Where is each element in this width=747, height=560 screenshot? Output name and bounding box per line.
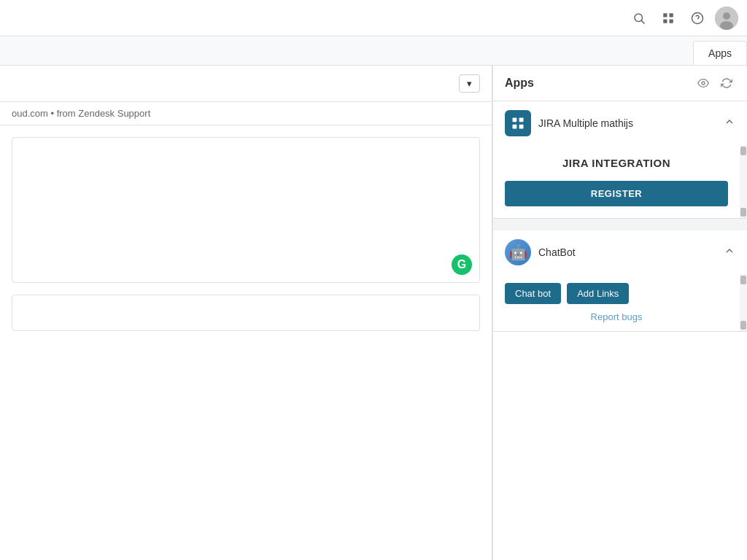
jira-section-header[interactable]: JIRA Multiple mathijs (493, 101, 747, 145)
jira-chevron-icon[interactable] (724, 116, 735, 131)
svg-rect-3 (670, 13, 673, 17)
panel-header-icons (694, 74, 735, 92)
svg-rect-5 (670, 19, 673, 23)
eye-icon[interactable] (694, 74, 712, 92)
grammarly-icon[interactable]: G (452, 254, 472, 275)
chatbot-buttons: Chat bot Add Links (505, 283, 728, 304)
jira-app-icon (505, 110, 531, 136)
svg-point-10 (720, 21, 733, 30)
jira-integration-title: JIRA INTEGRATION (562, 157, 670, 169)
chatbot-scrollbar-up[interactable] (740, 276, 746, 284)
svg-rect-13 (519, 118, 524, 122)
main-content: ▾ oud.com • from Zendesk Support G (0, 66, 492, 560)
apps-panel-header: Apps (493, 66, 747, 101)
chatbot-scrollbar[interactable] (740, 274, 747, 331)
register-button[interactable]: REGISTER (505, 181, 728, 206)
chatbot-section-header[interactable]: 🤖 ChatBot (493, 230, 747, 274)
svg-rect-4 (663, 19, 667, 23)
chatbot-chevron-icon[interactable] (724, 245, 735, 260)
reply-area[interactable] (12, 295, 480, 331)
svg-rect-2 (663, 13, 667, 17)
report-bugs-link[interactable]: Report bugs (505, 311, 728, 322)
ticket-header: ▾ (0, 66, 492, 102)
jira-section-left: JIRA Multiple mathijs (505, 110, 633, 136)
top-nav (0, 0, 747, 36)
avatar[interactable] (715, 7, 738, 30)
apps-panel-title: Apps (505, 77, 534, 90)
chatbot-app-icon: 🤖 (505, 239, 531, 265)
scrollbar-down-arrow[interactable] (740, 208, 746, 217)
svg-point-9 (723, 12, 730, 20)
dropdown-button[interactable]: ▾ (459, 74, 480, 93)
svg-rect-14 (513, 125, 517, 129)
scrollbar-up-arrow[interactable] (740, 147, 746, 155)
chatbot-content-wrapper: Chat bot Add Links Report bugs (493, 274, 747, 331)
from-info: oud.com • from Zendesk Support (0, 102, 492, 125)
jira-app-name: JIRA Multiple mathijs (538, 117, 633, 129)
help-icon[interactable] (686, 7, 709, 30)
apps-tab[interactable]: Apps (693, 41, 747, 65)
right-panel: Apps (492, 66, 747, 560)
chatbot-section-left: 🤖 ChatBot (505, 239, 576, 265)
svg-rect-12 (513, 118, 517, 122)
chatbot-content: Chat bot Add Links Report bugs (493, 274, 740, 331)
chatbot-scrollbar-down[interactable] (740, 321, 746, 330)
add-links-button[interactable]: Add Links (567, 283, 629, 304)
chatbot-section: 🤖 ChatBot Chat bot Add Links Report bugs (493, 230, 747, 332)
chat-bot-button[interactable]: Chat bot (505, 283, 561, 304)
jira-content: JIRA INTEGRATION REGISTER (493, 145, 740, 218)
svg-point-11 (702, 82, 705, 85)
jira-scrollbar[interactable] (740, 145, 747, 218)
svg-point-0 (635, 14, 643, 22)
refresh-icon[interactable] (718, 74, 735, 92)
section-divider (493, 219, 747, 230)
svg-line-1 (641, 20, 644, 23)
grid-icon[interactable] (657, 7, 680, 30)
jira-section: JIRA Multiple mathijs JIRA INTEGRATION R… (493, 101, 747, 219)
chatbot-app-name: ChatBot (538, 246, 576, 258)
search-icon[interactable] (627, 7, 651, 30)
secondary-bar: Apps (0, 36, 747, 66)
svg-rect-15 (519, 125, 524, 129)
message-area[interactable]: G (12, 137, 480, 283)
